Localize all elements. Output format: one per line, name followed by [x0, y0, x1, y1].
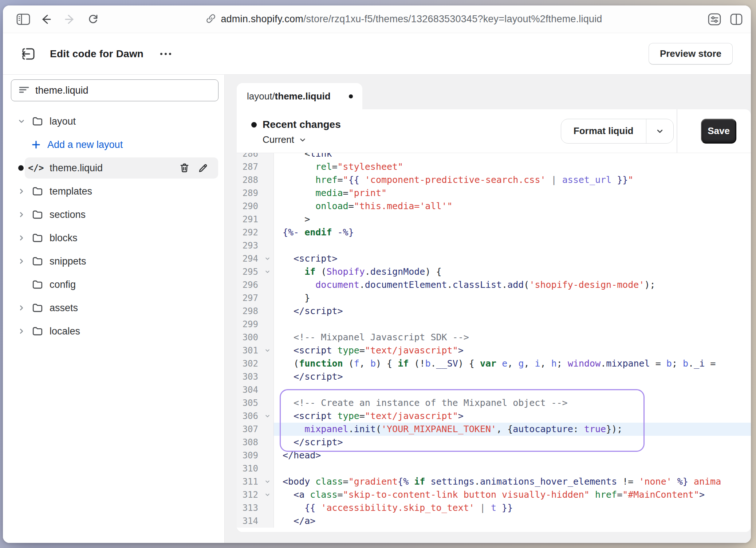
sidebar-item-blocks[interactable]: blocks — [3, 226, 224, 250]
code-line[interactable]: 288 href="{{ 'component-predictive-searc… — [237, 173, 751, 187]
add-new-layout-link[interactable]: Add a new layout — [3, 133, 224, 156]
back-button-icon[interactable] — [38, 11, 54, 27]
chevron-right-icon[interactable] — [17, 211, 25, 219]
code-text[interactable]: <script type="text/javascript"> — [274, 344, 751, 357]
code-line[interactable]: 287 rel="stylesheet" — [237, 160, 751, 173]
code-line[interactable]: 289 media="print" — [237, 187, 751, 200]
code-line[interactable]: 311<body class="gradient{% if settings.a… — [237, 475, 751, 488]
code-line[interactable]: 293 — [237, 239, 751, 252]
fold-chevron-icon[interactable] — [264, 348, 271, 354]
exit-editor-icon[interactable] — [20, 46, 37, 62]
code-text[interactable] — [274, 462, 751, 475]
code-text[interactable]: <body class="gradient{% if settings.anim… — [274, 475, 751, 488]
fold-chevron-icon[interactable] — [264, 492, 271, 498]
chevron-right-icon[interactable] — [17, 304, 25, 312]
fold-chevron-icon[interactable] — [264, 479, 271, 485]
sidebar-item-sections[interactable]: sections — [3, 203, 224, 226]
file-search-input[interactable]: theme.liquid — [11, 79, 218, 101]
code-line[interactable]: 310 — [237, 462, 751, 475]
code-line[interactable]: 290 onload="this.media='all'" — [237, 200, 751, 213]
code-text[interactable]: <link — [274, 153, 751, 160]
code-text[interactable]: onload="this.media='all'" — [274, 200, 751, 213]
code-line[interactable]: 294 <script> — [237, 252, 751, 265]
code-text[interactable]: <!-- Create an instance of the Mixpanel … — [274, 396, 751, 410]
code-line[interactable]: 303 </script> — [237, 370, 751, 383]
version-dropdown[interactable]: Current — [263, 134, 561, 145]
code-line[interactable]: 314 </a> — [237, 514, 751, 528]
code-line[interactable]: 296 document.documentElement.classList.a… — [237, 278, 751, 291]
code-line[interactable]: 309</head> — [237, 449, 751, 462]
code-text[interactable]: </a> — [274, 514, 751, 528]
forward-button-icon[interactable] — [62, 11, 78, 27]
code-text[interactable] — [274, 318, 751, 331]
code-text[interactable]: </script> — [274, 370, 751, 383]
code-text[interactable]: document.documentElement.classList.add('… — [274, 278, 751, 291]
code-text[interactable]: } — [274, 291, 751, 305]
format-liquid-caret[interactable] — [646, 119, 673, 143]
code-text[interactable]: <script type="text/javascript"> — [274, 410, 751, 423]
page-settings-icon[interactable] — [706, 11, 722, 27]
code-text[interactable] — [274, 383, 751, 396]
code-text[interactable]: </script> — [274, 305, 751, 318]
fold-chevron-icon[interactable] — [264, 256, 271, 262]
chevron-down-icon[interactable] — [17, 117, 25, 125]
more-actions-icon[interactable] — [157, 49, 175, 59]
sidebar-item-config[interactable]: config — [3, 273, 224, 296]
code-text[interactable]: <a class="skip-to-content-link button vi… — [274, 488, 751, 501]
code-line[interactable]: 301 <script type="text/javascript"> — [237, 344, 751, 357]
delete-file-icon[interactable] — [179, 163, 190, 173]
sidebar-item-locales[interactable]: locales — [3, 320, 224, 343]
code-line[interactable]: 300 <!-- Mixpanel Javascript SDK --> — [237, 331, 751, 344]
code-line[interactable]: 308 </script> — [237, 436, 751, 449]
code-text[interactable]: rel="stylesheet" — [274, 160, 751, 173]
code-line[interactable]: 298 </script> — [237, 305, 751, 318]
code-text[interactable]: </script> — [274, 436, 751, 449]
chevron-right-icon[interactable] — [17, 234, 25, 242]
code-text[interactable]: </head> — [274, 449, 751, 462]
sidebar-item-layout[interactable]: layout — [3, 110, 224, 133]
code-line[interactable]: 305 <!-- Create an instance of the Mixpa… — [237, 396, 751, 410]
code-line[interactable]: 292{%- endif -%} — [237, 226, 751, 239]
preview-store-button[interactable]: Preview store — [649, 43, 733, 64]
chevron-right-icon[interactable] — [17, 257, 25, 265]
code-editor[interactable]: 286 <link287 rel="stylesheet"288 href="{… — [237, 153, 751, 532]
code-text[interactable]: (function (f, b) { if (!b.__SV) { var e,… — [274, 357, 751, 370]
code-text[interactable]: if (Shopify.designMode) { — [274, 265, 751, 278]
code-text[interactable]: <!-- Mixpanel Javascript SDK --> — [274, 331, 751, 344]
split-view-icon[interactable] — [728, 11, 744, 27]
code-text[interactable]: <script> — [274, 252, 751, 265]
code-line[interactable]: 291 > — [237, 213, 751, 226]
code-line[interactable]: 306 <script type="text/javascript"> — [237, 410, 751, 423]
code-line[interactable]: 307 mixpanel.init('YOUR_MIXPANEL_TOKEN',… — [237, 423, 751, 436]
code-text[interactable]: href="{{ 'component-predictive-search.cs… — [274, 173, 751, 187]
code-line[interactable]: 302 (function (f, b) { if (!b.__SV) { va… — [237, 357, 751, 370]
code-line[interactable]: 299 — [237, 318, 751, 331]
code-line[interactable]: 297 } — [237, 291, 751, 305]
code-line[interactable]: 295 if (Shopify.designMode) { — [237, 265, 751, 278]
code-text[interactable]: {%- endif -%} — [274, 226, 751, 239]
reload-icon[interactable] — [85, 11, 101, 27]
chevron-right-icon[interactable] — [17, 187, 25, 195]
fold-chevron-icon[interactable] — [264, 269, 271, 275]
fold-chevron-icon[interactable] — [264, 413, 271, 419]
code-text[interactable] — [274, 239, 751, 252]
code-line[interactable]: 312 <a class="skip-to-content-link butto… — [237, 488, 751, 501]
tab-theme-liquid[interactable]: layout/theme.liquid — [237, 83, 362, 109]
rename-file-icon[interactable] — [198, 163, 208, 173]
save-button[interactable]: Save — [701, 119, 736, 144]
sidebar-item-theme-liquid[interactable]: </>theme.liquid — [3, 156, 224, 180]
code-text[interactable]: mixpanel.init('YOUR_MIXPANEL_TOKEN', {au… — [274, 423, 751, 436]
sidebar-item-templates[interactable]: templates — [3, 180, 224, 203]
code-text[interactable]: > — [274, 213, 751, 226]
code-line[interactable]: 286 <link — [237, 153, 751, 160]
code-text[interactable]: {{ 'accessibility.skip_to_text' | t }} — [274, 501, 751, 514]
code-line[interactable]: 304 — [237, 383, 751, 396]
chevron-right-icon[interactable] — [17, 327, 25, 335]
sidebar-toggle-icon[interactable] — [15, 11, 31, 27]
code-line[interactable]: 313 {{ 'accessibility.skip_to_text' | t … — [237, 501, 751, 514]
address-bar[interactable]: admin.shopify.com/store/rzq1xu-f5/themes… — [101, 13, 706, 26]
sidebar-item-snippets[interactable]: snippets — [3, 250, 224, 273]
code-text[interactable]: media="print" — [274, 187, 751, 200]
sidebar-item-assets[interactable]: assets — [3, 296, 224, 320]
format-liquid-button[interactable]: Format liquid — [561, 119, 646, 143]
